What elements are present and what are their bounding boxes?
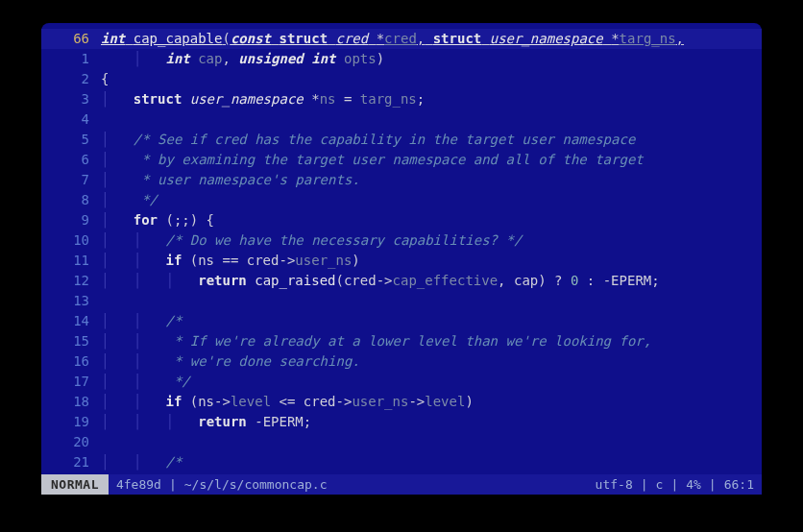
code-line[interactable]: 5 │ /* See if cred has the capability in… (41, 130, 762, 150)
gutter-rel: 1 (41, 49, 101, 69)
code-line[interactable]: 4 (41, 109, 762, 130)
code-line[interactable]: 17 │ │ */ (41, 372, 762, 392)
code-line[interactable]: 8 │ */ (41, 190, 762, 210)
comment: /* (165, 454, 182, 470)
signature-line-1: int cap_capable(const struct cred *cred,… (101, 29, 762, 49)
gutter-rel: 12 (41, 271, 101, 291)
comment: */ (165, 374, 189, 389)
code-line[interactable]: 20 (41, 432, 762, 452)
code-line-current[interactable]: 66 int cap_capable(const struct cred *cr… (41, 29, 762, 49)
gutter-rel: 13 (41, 291, 101, 311)
gutter-rel: 16 (41, 351, 101, 372)
gutter-abs: 66 (41, 29, 101, 49)
code-line[interactable]: 18 │ │ if (ns->level <= cred->user_ns->l… (41, 392, 762, 412)
separator: | (670, 477, 678, 492)
gutter-rel: 11 (41, 251, 101, 271)
code-line[interactable]: 13 (41, 291, 762, 311)
comment: * we're done searching. (165, 353, 359, 369)
separator: | (169, 477, 177, 492)
code-area[interactable]: 66 int cap_capable(const struct cred *cr… (41, 23, 762, 474)
comment: /* Do we have the necessary capabilities… (165, 232, 522, 248)
separator: | (641, 477, 648, 492)
code-line[interactable]: 7 │ * user namespace's parents. (41, 170, 762, 190)
gutter-rel: 20 (41, 432, 101, 452)
gutter-rel: 15 (41, 331, 101, 351)
code-line[interactable]: 15 │ │ * If we're already at a lower lev… (41, 331, 762, 351)
gutter-rel: 17 (41, 372, 101, 392)
code-line[interactable]: 6 │ * by examining the target user names… (41, 150, 762, 170)
comment: * by examining the target user namespace… (134, 152, 644, 167)
scroll-percent: 4% (678, 477, 709, 492)
gutter-rel: 21 (41, 452, 101, 472)
separator: | (709, 477, 717, 492)
comment: /* See if cred has the capability in the… (134, 132, 636, 147)
editor-frame: 66 int cap_capable(const struct cred *cr… (41, 23, 762, 495)
git-sha: 4fe89d (109, 477, 169, 492)
gutter-rel: 7 (41, 170, 101, 190)
file-path: ~/s/l/s/commoncap.c (177, 477, 335, 492)
gutter-rel: 9 (41, 210, 101, 230)
gutter-rel: 5 (41, 130, 101, 150)
comment: * If we're already at a lower level than… (165, 333, 651, 349)
comment: * user namespace's parents. (134, 172, 360, 187)
mode-indicator: NORMAL (41, 474, 109, 495)
comment: /* (165, 313, 182, 328)
code-line[interactable]: 14 │ │ /* (41, 311, 762, 331)
gutter-rel: 2 (41, 69, 101, 89)
gutter-rel: 8 (41, 190, 101, 210)
filetype: c (648, 477, 671, 492)
code-line[interactable]: 10 │ │ /* Do we have the necessary capab… (41, 230, 762, 251)
gutter-rel: 3 (41, 89, 101, 109)
gutter-rel: 4 (41, 109, 101, 130)
code-line[interactable]: 2 { (41, 69, 762, 89)
code-line[interactable]: 11 │ │ if (ns == cred->user_ns) (41, 251, 762, 271)
cursor-pos: 66:1 (717, 477, 762, 492)
gutter-rel: 6 (41, 150, 101, 170)
gutter-rel: 18 (41, 392, 101, 412)
signature-line-2: │ int cap, unsigned int opts) (101, 49, 762, 69)
gutter-rel: 14 (41, 311, 101, 331)
code-line[interactable]: 3 │ struct user_namespace *ns = targ_ns; (41, 89, 762, 109)
gutter-rel: 19 (41, 412, 101, 432)
code-line[interactable]: 16 │ │ * we're done searching. (41, 351, 762, 372)
encoding: utf-8 (588, 477, 641, 492)
statusbar: NORMAL 4fe89d | ~/s/l/s/commoncap.c utf-… (41, 474, 762, 495)
gutter-rel: 10 (41, 230, 101, 251)
comment: */ (134, 192, 158, 207)
code-line[interactable]: 1 │ int cap, unsigned int opts) (41, 49, 762, 69)
code-line[interactable]: 12 │ │ │ return cap_raised(cred->cap_eff… (41, 271, 762, 291)
code-line[interactable]: 9 │ for (;;) { (41, 210, 762, 230)
code-line[interactable]: 21 │ │ /* (41, 452, 762, 472)
code-line[interactable]: 19 │ │ │ return -EPERM; (41, 412, 762, 432)
